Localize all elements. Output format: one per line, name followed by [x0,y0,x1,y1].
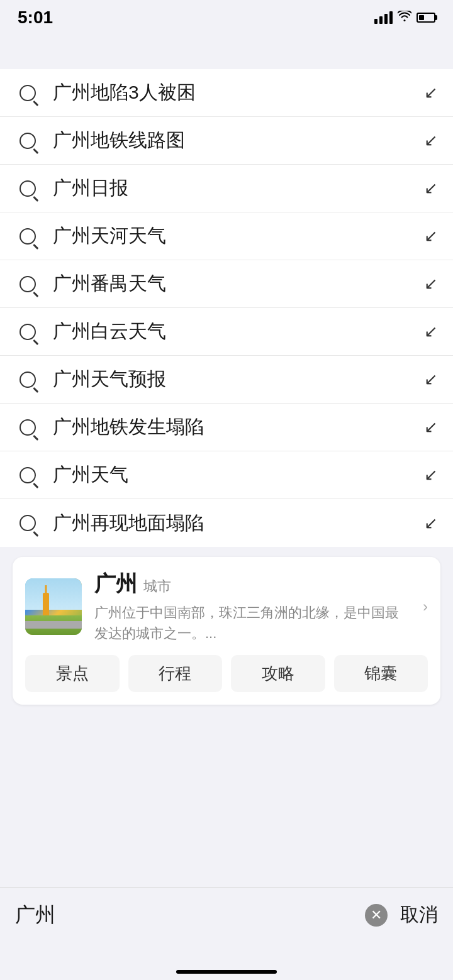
suggestion-text: 广州白云天气 [53,319,424,344]
fill-arrow-icon: ↙ [424,417,438,437]
suggestion-item[interactable]: 广州天气预报 ↙ [0,356,453,404]
search-bar: 广州 ✕ 取消 [0,887,453,942]
city-card[interactable]: 广州 城市 广州位于中国南部，珠江三角洲的北缘，是中国最发达的城市之一。... … [13,557,440,705]
city-type: 城市 [143,577,171,596]
suggestion-text: 广州天河天气 [53,223,424,249]
search-icon [15,510,40,536]
suggestion-item[interactable]: 广州再现地面塌陷 ↙ [0,499,453,547]
clear-icon: ✕ [365,904,388,927]
suggestion-text: 广州再现地面塌陷 [53,510,424,536]
fill-arrow-icon: ↙ [424,274,438,294]
fill-arrow-icon: ↙ [424,370,438,389]
search-icon [15,367,40,392]
signal-icon [374,11,393,24]
suggestion-text: 广州地铁发生塌陷 [53,414,424,440]
search-icon [15,128,40,153]
suggestion-item[interactable]: 广州地陷3人被困 ↙ [0,69,453,117]
search-icon [15,176,40,201]
suggestion-text: 广州地陷3人被困 [53,80,424,106]
suggestion-item[interactable]: 广州日报 ↙ [0,165,453,212]
city-tag-行程[interactable]: 行程 [128,655,223,692]
search-input-value[interactable]: 广州 [15,901,352,929]
city-tag-攻略[interactable]: 攻略 [231,655,325,692]
city-card-chevron-icon[interactable]: › [423,598,428,615]
search-icon [15,415,40,440]
suggestions-list: 广州地陷3人被困 ↙ 广州地铁线路图 ↙ 广州日报 ↙ 广州天河天气 ↙ 广州番 [0,69,453,547]
fill-arrow-icon: ↙ [424,322,438,341]
fill-arrow-icon: ↙ [424,465,438,485]
city-name-row: 广州 城市 [94,570,410,598]
suggestion-item[interactable]: 广州天河天气 ↙ [0,212,453,260]
city-tag-锦囊[interactable]: 锦囊 [334,655,428,692]
battery-icon [417,13,435,23]
suggestion-text: 广州天气 [53,462,424,488]
city-tag-景点[interactable]: 景点 [25,655,120,692]
suggestion-item[interactable]: 广州天气 ↙ [0,451,453,499]
city-name: 广州 [94,570,137,598]
suggestion-text: 广州番禺天气 [53,271,424,297]
clear-button[interactable]: ✕ [362,901,390,929]
search-icon [15,319,40,344]
city-card-top: 广州 城市 广州位于中国南部，珠江三角洲的北缘，是中国最发达的城市之一。... … [25,570,428,644]
fill-arrow-icon: ↙ [424,514,438,533]
city-info: 广州 城市 广州位于中国南部，珠江三角洲的北缘，是中国最发达的城市之一。... [94,570,410,644]
cancel-button[interactable]: 取消 [400,902,438,928]
fill-arrow-icon: ↙ [424,131,438,150]
wifi-icon [398,11,411,25]
city-thumbnail [25,578,82,635]
suggestion-text: 广州天气预报 [53,366,424,392]
search-icon [15,463,40,488]
status-icons [374,11,435,25]
search-icon [15,80,40,106]
suggestion-text: 广州地铁线路图 [53,128,424,153]
fill-arrow-icon: ↙ [424,83,438,102]
suggestion-text: 广州日报 [53,175,424,201]
suggestion-item[interactable]: 广州地铁发生塌陷 ↙ [0,404,453,451]
status-bar: 5:01 [0,0,453,31]
suggestion-item[interactable]: 广州番禺天气 ↙ [0,260,453,308]
search-icon [15,224,40,249]
city-tags: 景点行程攻略锦囊 [25,655,428,692]
status-time: 5:01 [18,8,53,28]
home-indicator [176,970,277,974]
suggestion-item[interactable]: 广州地铁线路图 ↙ [0,117,453,165]
fill-arrow-icon: ↙ [424,179,438,198]
fill-arrow-icon: ↙ [424,226,438,246]
suggestion-item[interactable]: 广州白云天气 ↙ [0,308,453,356]
search-icon [15,272,40,297]
city-description: 广州位于中国南部，珠江三角洲的北缘，是中国最发达的城市之一。... [94,602,410,644]
